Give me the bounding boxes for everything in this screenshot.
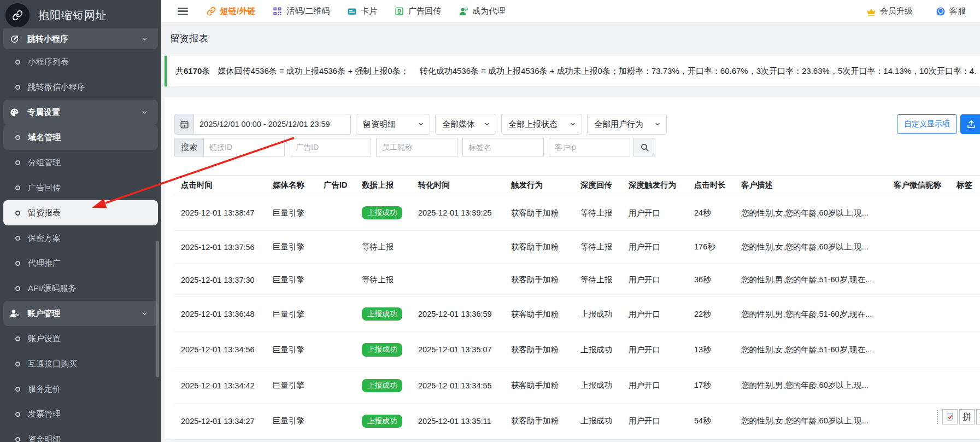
sidebar-item-label: 分组管理 <box>28 158 61 168</box>
tag-name-input[interactable] <box>462 138 544 156</box>
ime-toolbar[interactable]: 拼 英 <box>937 409 980 424</box>
cell-deep-report: 等待上报 <box>574 195 622 231</box>
brand-logo <box>5 3 30 27</box>
date-range-input[interactable] <box>194 114 351 135</box>
sidebar-item-lead-report[interactable]: 留资报表 <box>3 200 158 225</box>
cell-desc: 您的性别,女,您的年龄,60岁以上,现... <box>735 195 887 231</box>
chain-link-icon <box>12 10 23 21</box>
table-row: 2025-12-01 13:37:56巨量引擎等待上报获客助手加粉等待上报用户开… <box>174 231 980 264</box>
nav-item-card[interactable]: 卡片 <box>347 6 377 16</box>
cell-report: 等待上报 <box>355 264 412 296</box>
sidebar-item-api-source-service[interactable]: API/源码服务 <box>3 276 158 301</box>
col-deep-callback: 深度回传 <box>574 176 622 195</box>
sidebar-section-jump-miniprogram[interactable]: 跳转小程序 <box>3 28 158 49</box>
customer-service-icon <box>936 7 946 16</box>
cell-conv-time: 2025-12-01 13:36:59 <box>412 296 504 332</box>
cell-trigger: 获客助手加粉 <box>504 296 574 332</box>
sidebar-item-group-management[interactable]: 分组管理 <box>3 150 158 175</box>
cell-media: 巨量引擎 <box>266 195 317 231</box>
sidebar-item-account-settings[interactable]: 账户设置 <box>3 326 158 351</box>
cell-media: 巨量引擎 <box>266 403 317 439</box>
upload-icon <box>966 119 976 129</box>
col-click-duration: 点击时长 <box>688 176 735 195</box>
search-button[interactable] <box>633 138 655 156</box>
sidebar-item-label: API/源码服务 <box>28 283 76 294</box>
search-icon <box>640 143 649 152</box>
sidebar-scrollbar[interactable] <box>156 241 159 377</box>
table-row: 2025-12-01 13:34:42巨量引擎上报成功2025-12-01 13… <box>174 368 980 403</box>
cell-trigger: 获客助手加粉 <box>504 332 574 368</box>
nav-item-become-agent[interactable]: 成为代理 <box>459 6 505 16</box>
col-tag: 标签 <box>950 176 980 195</box>
qr-code-icon <box>273 7 283 16</box>
cell-report: 上报成功 <box>355 368 412 403</box>
sidebar-item-service-pricing[interactable]: 服务定价 <box>3 376 158 402</box>
customer-ip-input[interactable] <box>549 138 630 156</box>
bullet-icon <box>15 362 20 367</box>
cell-trigger: 获客助手加粉 <box>504 195 574 231</box>
report-status-select[interactable]: 全部上报状态 <box>501 114 582 135</box>
ime-drag-handle[interactable] <box>937 410 938 424</box>
report-type-select[interactable]: 留资明细 <box>356 114 430 135</box>
summary-stat1: 媒体回传4536条 = 成功上报4536条 + 强制上报0条； <box>218 66 408 75</box>
nav-item-ad-callback[interactable]: 广告回传 <box>395 6 441 16</box>
calendar-button[interactable] <box>174 114 194 135</box>
cell-ad-id <box>317 195 355 231</box>
cell-desc: 您的性别,女,您的年龄,60岁以上,现... <box>735 231 887 264</box>
summary-banner: 共6170条媒体回传4536条 = 成功上报4536条 + 强制上报0条；转化成… <box>165 56 980 86</box>
chevron-down-icon <box>141 310 148 317</box>
ime-pinyin-toggle[interactable]: 拼 <box>959 409 975 424</box>
sidebar-item-interop-api-purchase[interactable]: 互通接口购买 <box>3 351 158 376</box>
sidebar-item-label: 广告回传 <box>28 183 61 193</box>
export-button[interactable] <box>960 114 980 134</box>
sidebar-section-account-management[interactable]: 账户管理 <box>3 301 158 326</box>
date-range-group <box>174 114 351 135</box>
sidebar-item-domain-management[interactable]: 域名管理 <box>3 125 158 150</box>
summary-text: 共6170条媒体回传4536条 = 成功上报4536条 + 强制上报0条；转化成… <box>175 66 976 77</box>
sidebar-item-jump-wechat-miniprogram[interactable]: 跳转微信小程序 <box>3 74 158 100</box>
cell-ad-id <box>317 368 355 403</box>
nav-item-customer-service[interactable]: 客服 <box>936 6 966 16</box>
report-success-badge: 上报成功 <box>362 343 402 356</box>
media-select[interactable]: 全部媒体 <box>435 114 496 135</box>
chevron-down-icon <box>484 121 490 127</box>
ime-notepad-icon[interactable] <box>942 409 958 424</box>
sidebar-item-ad-callback[interactable]: 广告回传 <box>3 175 158 200</box>
cell-trigger: 获客助手加粉 <box>504 264 574 296</box>
sidebar-item-funds-detail[interactable]: 资金明细 <box>3 427 158 442</box>
nav-item-short-link[interactable]: 短链/外链 <box>207 6 255 16</box>
cell-click-time: 2025-12-01 13:36:48 <box>174 296 266 332</box>
table-row: 2025-12-01 13:38:47巨量引擎上报成功2025-12-01 13… <box>174 195 980 231</box>
cell-tag <box>950 332 980 368</box>
sidebar: 抱阳缩短网址 跳转小程序 小程序列表 跳转微信小程序 专属设置 域名管理 分组管… <box>0 0 161 442</box>
cell-deep-report: 上报成功 <box>574 296 622 332</box>
sidebar-item-invoice-management[interactable]: 发票管理 <box>3 402 158 427</box>
ad-id-input[interactable] <box>290 138 371 156</box>
sidebar-item-privacy-plan[interactable]: 保密方案 <box>3 225 158 251</box>
ime-english-toggle[interactable]: 英 <box>976 409 980 424</box>
nav-item-live-qr[interactable]: 活码/二维码 <box>273 6 330 16</box>
nav-item-label: 广告回传 <box>408 6 441 16</box>
link-id-input[interactable] <box>203 138 285 156</box>
table-row: 2025-12-01 13:34:27巨量引擎上报成功2025-12-01 13… <box>174 403 980 439</box>
sidebar-section-label: 账户管理 <box>27 309 60 319</box>
col-ad-id: 广告ID <box>317 176 355 195</box>
cell-deep-trigger: 用户开口 <box>622 332 688 368</box>
customize-columns-button[interactable]: 自定义显示项 <box>897 114 957 134</box>
report-card: 留资明细 全部媒体 全部上报状态 全部用户行为 自定义显示项 <box>165 97 980 439</box>
sidebar-section-exclusive-settings[interactable]: 专属设置 <box>3 100 158 125</box>
user-behavior-select[interactable]: 全部用户行为 <box>587 114 667 135</box>
sidebar-item-miniprogram-list[interactable]: 小程序列表 <box>3 49 158 74</box>
report-success-badge: 上报成功 <box>362 307 402 321</box>
filter-row: 留资明细 全部媒体 全部上报状态 全部用户行为 自定义显示项 <box>174 114 980 135</box>
cell-deep-report: 上报成功 <box>574 332 622 368</box>
menu-toggle-icon[interactable] <box>178 8 188 15</box>
bullet-icon <box>15 387 20 392</box>
calendar-icon <box>180 120 189 129</box>
nav-item-member-upgrade[interactable]: 会员升级 <box>866 6 913 16</box>
cell-report: 上报成功 <box>355 296 412 332</box>
chevron-down-icon <box>141 109 148 116</box>
staff-nickname-input[interactable] <box>376 138 457 156</box>
sidebar-item-agent-promotion[interactable]: 代理推广 <box>3 251 158 276</box>
crown-icon <box>866 7 876 16</box>
